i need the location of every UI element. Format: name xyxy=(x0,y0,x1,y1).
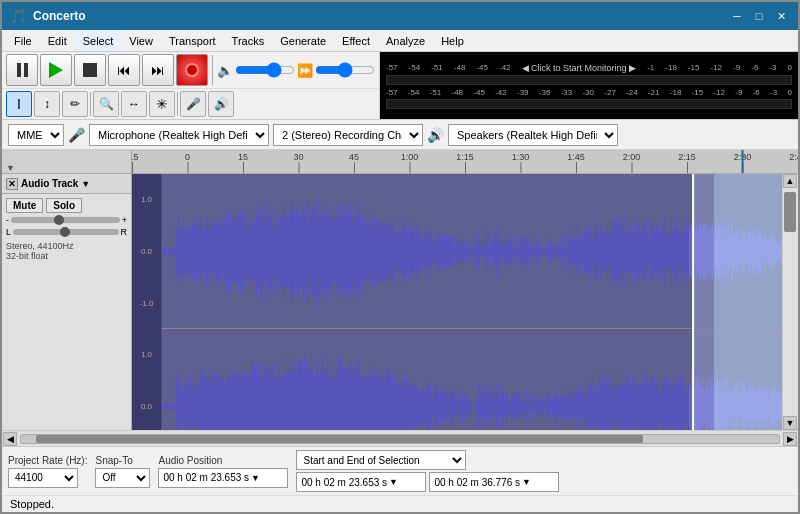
tracks-area: ✕ Audio Track ▼ Mute Solo - xyxy=(2,174,798,430)
play-meter-button[interactable]: 🔊 xyxy=(208,91,234,117)
output-volume-slider[interactable] xyxy=(235,62,295,78)
speaker-select[interactable]: Speakers (Realtek High Definiti xyxy=(448,124,618,146)
timeshift-tool-button[interactable]: ↔ xyxy=(121,91,147,117)
audio-track: ✕ Audio Track ▼ Mute Solo - xyxy=(2,174,782,430)
volume-icon: 🔈 xyxy=(217,63,233,78)
waveform-container[interactable]: 1.0 0.0 -1.0 1.0 0.0 -1.0 xyxy=(132,174,782,430)
pause-icon xyxy=(17,63,28,77)
click-start-monitoring[interactable]: ◀ Click to Start Monitoring ▶ xyxy=(522,63,637,73)
multi-tool-icon: ✳ xyxy=(156,96,168,112)
vertical-scrollbar[interactable]: ▲ ▼ xyxy=(782,174,798,430)
gain-row: - + xyxy=(6,215,127,225)
skip-back-button[interactable]: ⏮ xyxy=(108,54,140,86)
audio-track-label: ✕ Audio Track ▼ Mute Solo - xyxy=(2,174,132,430)
speaker-device-icon: 🔊 xyxy=(427,127,444,143)
minimize-button[interactable]: ─ xyxy=(728,7,746,25)
mute-solo-row: Mute Solo xyxy=(6,198,127,213)
menu-edit[interactable]: Edit xyxy=(40,30,75,51)
input-meter-bar xyxy=(386,75,792,85)
sel-start-display[interactable]: 00 h 02 m 23.653 s ▼ xyxy=(296,472,426,492)
horizontal-scrollbar[interactable]: ◀ ▶ xyxy=(2,430,798,446)
record-button[interactable] xyxy=(176,54,208,86)
gain-slider-track[interactable] xyxy=(11,217,120,223)
audio-pos-dropdown[interactable]: ▼ xyxy=(251,473,260,483)
menu-file[interactable]: File xyxy=(6,30,40,51)
scrollbar-thumb-horizontal[interactable] xyxy=(36,435,642,443)
multi-tool-button[interactable]: ✳ xyxy=(149,91,175,117)
menu-transport[interactable]: Transport xyxy=(161,30,224,51)
menu-effect[interactable]: Effect xyxy=(334,30,378,51)
pause-button[interactable] xyxy=(6,54,38,86)
playback-speed-slider[interactable] xyxy=(315,62,375,78)
audio-track-close[interactable]: ✕ xyxy=(6,178,18,190)
pan-slider-track[interactable] xyxy=(13,229,118,235)
menu-analyze[interactable]: Analyze xyxy=(378,30,433,51)
snap-to-select[interactable]: Off xyxy=(95,468,150,488)
level-meters: -57-54-51-48-45-42 ◀ Click to Start Moni… xyxy=(380,52,798,119)
selection-tool-icon: I xyxy=(17,96,21,112)
scrollbar-track-vertical[interactable] xyxy=(783,188,798,416)
selection-times: 00 h 02 m 23.653 s ▼ 00 h 02 m 36.776 s … xyxy=(296,472,559,492)
menu-tracks[interactable]: Tracks xyxy=(224,30,273,51)
scroll-down-button[interactable]: ▼ xyxy=(783,416,797,430)
audio-track-name[interactable]: Audio Track xyxy=(21,178,78,189)
pan-slider-thumb[interactable] xyxy=(60,227,70,237)
envelope-tool-button[interactable]: ↕ xyxy=(34,91,60,117)
toolbar-separator-1 xyxy=(212,55,213,85)
record-icon xyxy=(185,63,199,77)
y-axis: 1.0 0.0 -1.0 1.0 0.0 -1.0 xyxy=(132,174,162,430)
close-button[interactable]: ✕ xyxy=(772,7,790,25)
zoom-tool-button[interactable]: 🔍 xyxy=(93,91,119,117)
scroll-left-button[interactable]: ◀ xyxy=(3,432,17,446)
scrollbar-thumb-vertical[interactable] xyxy=(784,192,796,232)
tools-toolbar: I ↕ ✏ 🔍 ↔ ✳ � xyxy=(2,89,379,119)
menu-view[interactable]: View xyxy=(121,30,161,51)
toolbar-section: ⏮ ⏭ 🔈 ⏩ I ↕ xyxy=(2,52,798,120)
record-meter-button[interactable]: 🎤 xyxy=(180,91,206,117)
pan-row: L R xyxy=(6,227,127,237)
menu-select[interactable]: Select xyxy=(75,30,122,51)
microphone-select[interactable]: Microphone (Realtek High Defini xyxy=(89,124,269,146)
app-title: Concerto xyxy=(33,9,86,23)
stop-icon xyxy=(83,63,97,77)
scroll-right-button[interactable]: ▶ xyxy=(783,432,797,446)
scroll-up-button[interactable]: ▲ xyxy=(783,174,797,188)
menu-help[interactable]: Help xyxy=(433,30,472,51)
skip-forward-button[interactable]: ⏭ xyxy=(142,54,174,86)
play-button[interactable] xyxy=(40,54,72,86)
status-text-bar: Stopped. xyxy=(2,495,798,512)
waveform-canvas[interactable] xyxy=(162,174,782,430)
ruler-canvas xyxy=(132,150,798,173)
envelope-tool-icon: ↕ xyxy=(44,97,50,111)
mic-device-icon: 🎤 xyxy=(68,127,85,143)
skip-forward-icon: ⏭ xyxy=(151,62,165,78)
draw-tool-button[interactable]: ✏ xyxy=(62,91,88,117)
sel-end-display[interactable]: 00 h 02 m 36.776 s ▼ xyxy=(429,472,559,492)
title-bar: 🎵 Concerto ─ □ ✕ xyxy=(2,2,798,30)
skip-back-icon: ⏮ xyxy=(117,62,131,78)
selection-group: Start and End of Selection 00 h 02 m 23.… xyxy=(296,450,559,492)
solo-button[interactable]: Solo xyxy=(46,198,82,213)
stop-button[interactable] xyxy=(74,54,106,86)
ruler-marks-area xyxy=(132,150,798,173)
channels-select[interactable]: 2 (Stereo) Recording Channels xyxy=(273,124,423,146)
project-rate-group: Project Rate (Hz): 44100 xyxy=(8,455,87,488)
audio-track-controls: Mute Solo - + L xyxy=(2,194,131,265)
menu-generate[interactable]: Generate xyxy=(272,30,334,51)
gain-slider-thumb[interactable] xyxy=(54,215,64,225)
audio-track-header: ✕ Audio Track ▼ xyxy=(2,174,131,194)
gain-min: - xyxy=(6,215,9,225)
audio-pos-display[interactable]: 00 h 02 m 23.653 s ▼ xyxy=(158,468,288,488)
project-rate-select[interactable]: 44100 xyxy=(8,468,78,488)
audio-host-select[interactable]: MME xyxy=(8,124,64,146)
maximize-button[interactable]: □ xyxy=(750,7,768,25)
audio-track-dropdown[interactable]: ▼ xyxy=(81,179,90,189)
ruler-label-area: ▼ xyxy=(2,150,132,173)
selection-format-select[interactable]: Start and End of Selection xyxy=(296,450,466,470)
scrollbar-track-horizontal[interactable] xyxy=(20,434,780,444)
ruler-arrow: ▼ xyxy=(6,163,15,173)
tracks-list: ✕ Audio Track ▼ Mute Solo - xyxy=(2,174,782,430)
play-icon xyxy=(49,62,63,78)
mute-button[interactable]: Mute xyxy=(6,198,43,213)
selection-tool-button[interactable]: I xyxy=(6,91,32,117)
